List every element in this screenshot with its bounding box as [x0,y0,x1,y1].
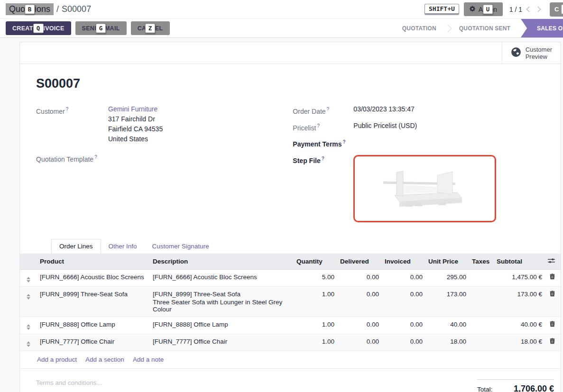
cell-invoiced[interactable]: 0.00 [382,286,425,317]
delete-row-icon[interactable] [550,338,555,346]
cell-taxes[interactable] [469,334,494,351]
help-icon: ? [322,156,324,161]
cell-description[interactable]: [FURN_6666] Acoustic Bloc Screens [150,269,294,286]
column-taxes[interactable]: Taxes [469,254,494,270]
table-row[interactable]: [FURN_6666] Acoustic Bloc Screens [FURN_… [20,269,561,286]
field-customer: Customer? Gemini Furniture 317 Fairchild… [36,104,293,144]
column-product[interactable]: Product [37,254,150,270]
hotkey-badge-send-email: G [96,23,106,33]
topbar-right: SHIFT+U Action U 1 / 1 C [425,2,563,17]
table-row[interactable]: [FURN_8888] Office Lamp [FURN_8888] Offi… [20,317,561,334]
delete-row-icon[interactable] [550,321,555,328]
table-row[interactable]: [FURN_7777] Office Chair [FURN_7777] Off… [20,334,561,351]
cell-unit-price[interactable]: 295.00 [425,269,469,286]
cell-unit-price[interactable]: 40.00 [425,317,469,334]
cell-taxes[interactable] [469,286,494,317]
customer-address-line: United States [108,134,163,144]
pager-count: 1 / 1 [509,6,522,13]
column-description[interactable]: Description [150,254,294,270]
drag-handle-icon[interactable] [23,341,30,347]
cell-quantity[interactable]: 1.00 [294,317,337,334]
cell-product[interactable]: [FURN_8888] Office Lamp [37,317,150,334]
cell-invoiced[interactable]: 0.00 [382,334,425,351]
add-a-product-link[interactable]: Add a product [37,356,77,363]
control-bar: CREATE INVOICE Q SEND EMAIL G CANCEL Z Q… [0,19,563,38]
cell-taxes[interactable] [469,317,494,334]
column-quantity[interactable]: Quantity [294,254,337,270]
step-file-image[interactable] [353,155,496,222]
clipped-edge-button-label: C [554,6,559,13]
tab-bar: Order Lines Other Info Customer Signatur… [36,239,545,254]
order-lines-table: Product Description Quantity Delivered I… [20,254,561,351]
keyboard-shortcut-hint: SHIFT+U [425,4,459,15]
drag-handle-icon[interactable] [23,277,30,283]
cell-quantity[interactable]: 5.00 [294,269,337,286]
terms-and-conditions-placeholder[interactable]: Terms and conditions... [36,379,102,386]
tab-customer-signature[interactable]: Customer Signature [145,239,217,254]
status-separator-icon [443,24,452,32]
cell-quantity[interactable]: 1.00 [294,334,337,351]
create-invoice-button[interactable]: CREATE INVOICE Q [6,21,71,35]
customer-address-line: Fairfield CA 94535 [108,124,163,134]
form-sheet: Customer Preview S00007 Customer? [19,42,561,392]
add-a-note-link[interactable]: Add a note [133,356,164,363]
cell-delivered[interactable]: 0.00 [337,286,382,317]
top-navbar: Quotations B / S00007 SHIFT+U Action U 1… [0,0,563,19]
pricelist-value[interactable]: Public Pricelist (USD) [353,121,417,133]
status-sales-order[interactable]: SALES ORDER [521,19,563,37]
cell-quantity[interactable]: 1.00 [294,286,337,317]
drag-handle-icon[interactable] [23,324,30,330]
field-step-file: Step File? [293,154,545,222]
cell-unit-price[interactable]: 173.00 [425,286,469,317]
customer-address-line: 317 Fairchild Dr [108,114,163,124]
cell-description[interactable]: [FURN_8888] Office Lamp [150,317,294,334]
pager-next-button[interactable] [535,6,541,12]
total-amount: 1,706.00 € [514,384,554,392]
column-subtotal[interactable]: Subtotal [494,254,545,270]
cell-description[interactable]: [FURN_8999] Three-Seat Sofa Three Seater… [150,286,294,317]
cell-delivered[interactable]: 0.00 [337,317,382,334]
tab-order-lines[interactable]: Order Lines [51,239,101,254]
breadcrumb-separator: / [56,4,59,14]
optional-columns-icon[interactable] [548,258,555,265]
cell-product[interactable]: [FURN_8999] Three-Seat Sofa [37,286,150,317]
handle-column-header [20,254,37,270]
optional-columns-header [545,254,561,270]
cell-subtotal: 40.00 € [494,317,545,334]
tab-other-info[interactable]: Other Info [101,239,145,254]
delete-row-icon[interactable] [550,274,555,281]
table-row[interactable]: [FURN_8999] Three-Seat Sofa [FURN_8999] … [20,286,561,317]
cancel-button[interactable]: CANCEL Z [131,21,170,35]
pager-previous-button[interactable] [526,6,532,12]
cell-unit-price[interactable]: 18.00 [425,334,469,351]
cell-delivered[interactable]: 0.00 [337,269,382,286]
field-pricelist: Pricelist? Public Pricelist (USD) [293,121,545,133]
help-icon: ? [94,155,97,160]
cell-product[interactable]: [FURN_7777] Office Chair [37,334,150,351]
add-a-section-link[interactable]: Add a section [85,356,124,363]
drag-handle-icon[interactable] [23,294,30,300]
column-invoiced[interactable]: Invoiced [382,254,425,270]
column-delivered[interactable]: Delivered [337,254,382,270]
order-date-value[interactable]: 03/03/2023 13:35:47 [353,104,414,117]
cell-subtotal: 18.00 € [494,334,545,351]
cell-delivered[interactable]: 0.00 [337,334,382,351]
total-summary: Total: 1,706.00 € [477,379,554,392]
help-icon: ? [66,107,69,112]
customer-link[interactable]: Gemini Furniture [108,105,157,113]
send-email-button[interactable]: SEND EMAIL G [75,21,127,35]
column-unit-price[interactable]: Unit Price [425,254,469,270]
cell-invoiced[interactable]: 0.00 [382,317,425,334]
cell-invoiced[interactable]: 0.00 [382,269,425,286]
notebook: Order Lines Other Info Customer Signatur… [36,239,545,254]
cell-description[interactable]: [FURN_7777] Office Chair [150,334,294,351]
clipped-edge-button[interactable]: C [550,2,563,17]
delete-row-icon[interactable] [550,291,555,298]
status-quotation-sent[interactable]: QUOTATION SENT [452,19,518,37]
customer-preview-button[interactable]: Customer Preview [502,42,561,64]
action-menu-button[interactable]: Action U [464,2,503,16]
cell-product[interactable]: [FURN_6666] Acoustic Bloc Screens [37,269,150,286]
cell-taxes[interactable] [469,269,494,286]
breadcrumb-quotations[interactable]: Quotations B [6,3,54,15]
status-quotation[interactable]: QUOTATION [395,19,444,37]
